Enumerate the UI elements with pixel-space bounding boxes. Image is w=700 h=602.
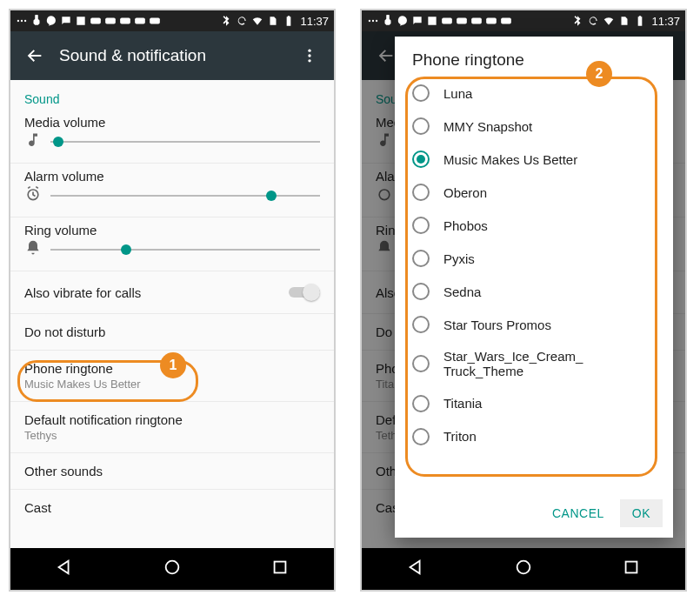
ringtone-option[interactable]: Music Makes Us Better — [405, 143, 663, 176]
status-time: 11:37 — [300, 15, 329, 28]
bluetooth-icon — [571, 15, 583, 27]
radio-icon[interactable] — [412, 184, 430, 201]
ringtone-option[interactable]: Titania — [405, 387, 663, 420]
nav-recent-button[interactable] — [270, 558, 290, 580]
ring-volume-slider[interactable] — [50, 239, 320, 260]
status-youtube-icon — [149, 15, 161, 27]
media-volume-label: Media volume — [24, 115, 320, 130]
svg-rect-13 — [275, 562, 286, 573]
status-youtube-icon — [441, 15, 453, 27]
media-volume-row[interactable]: Media volume — [10, 110, 334, 164]
status-youtube-icon — [500, 15, 512, 27]
default-notification-row[interactable]: Default notification ringtone Tethys — [10, 402, 334, 453]
nav-back-button[interactable] — [55, 558, 74, 580]
vibrate-calls-switch[interactable] — [289, 284, 320, 301]
status-youtube-icon — [134, 15, 146, 27]
ringtone-list[interactable]: LunaMMY SnapshotMusic Makes Us BetterObe… — [395, 77, 673, 492]
ok-button[interactable]: OK — [620, 499, 663, 527]
status-more-icon — [367, 15, 379, 27]
radio-icon[interactable] — [412, 316, 430, 333]
dialog-title: Phone ringtone — [395, 37, 673, 77]
radio-icon[interactable] — [412, 217, 430, 234]
ringtone-option[interactable]: Triton — [405, 420, 663, 453]
ringtone-option-label: Titania — [443, 396, 482, 411]
status-more-icon — [16, 15, 28, 27]
navigation-bar — [362, 548, 685, 590]
ringtone-option-label: Star Tours Promos — [443, 318, 551, 332]
alarm-volume-label: Alarm volume — [24, 169, 320, 184]
media-volume-slider[interactable] — [50, 131, 320, 152]
ringtone-option[interactable]: Star_Wars_Ice_Cream_ Truck_Theme — [405, 341, 663, 387]
dnd-row[interactable]: Do not disturb — [10, 314, 334, 351]
ringtone-option-label: MMY Snapshot — [443, 119, 532, 134]
wifi-icon — [603, 15, 615, 27]
radio-icon[interactable] — [412, 117, 430, 135]
radio-icon[interactable] — [412, 150, 430, 168]
ringtone-option[interactable]: Phobos — [405, 209, 663, 242]
radio-icon[interactable] — [412, 250, 430, 267]
svg-rect-4 — [105, 18, 116, 24]
radio-icon[interactable] — [412, 428, 430, 445]
nav-back-button[interactable] — [406, 558, 425, 580]
section-header-sound: Sound — [10, 80, 334, 110]
radio-icon[interactable] — [412, 283, 430, 300]
status-bar: 11:37 — [362, 10, 685, 31]
ringtone-option[interactable]: Star Tours Promos — [405, 308, 663, 341]
ringtone-option-label: Music Makes Us Better — [443, 152, 577, 167]
alarm-volume-slider[interactable] — [50, 185, 320, 206]
ringtone-option-label: Triton — [443, 429, 477, 444]
status-chat-icon — [60, 15, 72, 27]
radio-icon[interactable] — [412, 355, 430, 372]
default-notification-value: Tethys — [24, 429, 320, 442]
alarm-icon — [24, 185, 42, 206]
phone-right: 11:37 Sound & notification Sound Media v… — [360, 9, 687, 592]
status-bar: 11:37 — [10, 10, 334, 31]
sync-icon — [236, 15, 248, 27]
ringtone-option[interactable]: Pyxis — [405, 242, 663, 275]
ringtone-option-label: Sedna — [443, 284, 481, 299]
radio-icon[interactable] — [412, 84, 430, 102]
settings-content: Sound Media volume Alarm volume — [10, 80, 334, 548]
nav-home-button[interactable] — [163, 558, 182, 580]
svg-point-10 — [308, 59, 310, 62]
ring-volume-row[interactable]: Ring volume — [10, 217, 334, 271]
svg-rect-17 — [442, 18, 452, 24]
cancel-button[interactable]: CANCEL — [540, 499, 617, 527]
svg-point-15 — [372, 20, 374, 22]
ringtone-option-label: Phobos — [443, 218, 488, 233]
sync-icon — [587, 15, 599, 27]
bluetooth-icon — [220, 15, 232, 27]
svg-rect-7 — [150, 18, 160, 24]
status-time: 11:37 — [651, 15, 680, 28]
ringtone-option-label: Luna — [443, 86, 472, 101]
ringtone-option[interactable]: MMY Snapshot — [405, 110, 663, 143]
overflow-menu-button[interactable] — [292, 38, 327, 73]
ringtone-picker-dialog: Phone ringtone LunaMMY SnapshotMusic Mak… — [395, 37, 673, 538]
other-sounds-label: Other sounds — [24, 464, 320, 478]
svg-point-8 — [308, 50, 310, 52]
ring-volume-label: Ring volume — [24, 223, 320, 237]
svg-point-9 — [308, 54, 310, 57]
nav-home-button[interactable] — [514, 558, 533, 580]
cast-row[interactable]: Cast — [10, 490, 334, 525]
bell-icon — [24, 239, 42, 260]
ringtone-option[interactable]: Sedna — [405, 275, 663, 308]
other-sounds-row[interactable]: Other sounds — [10, 453, 334, 490]
nav-recent-button[interactable] — [622, 558, 641, 580]
page-title: Sound & notification — [59, 46, 206, 65]
radio-icon[interactable] — [412, 395, 430, 412]
svg-point-12 — [166, 561, 179, 574]
ringtone-option[interactable]: Oberon — [405, 176, 663, 209]
alarm-volume-row[interactable]: Alarm volume — [10, 164, 334, 217]
ringtone-option-label: Oberon — [443, 185, 487, 200]
svg-point-1 — [21, 20, 23, 22]
status-chat-icon — [411, 15, 423, 27]
ringtone-option-label: Pyxis — [443, 251, 475, 266]
ringtone-option[interactable]: Luna — [405, 77, 663, 110]
vibrate-calls-row[interactable]: Also vibrate for calls — [10, 271, 334, 314]
back-button[interactable] — [17, 38, 52, 73]
status-image-icon — [75, 15, 87, 27]
svg-point-26 — [517, 561, 530, 574]
status-image-icon — [426, 15, 438, 27]
svg-rect-19 — [471, 18, 482, 24]
